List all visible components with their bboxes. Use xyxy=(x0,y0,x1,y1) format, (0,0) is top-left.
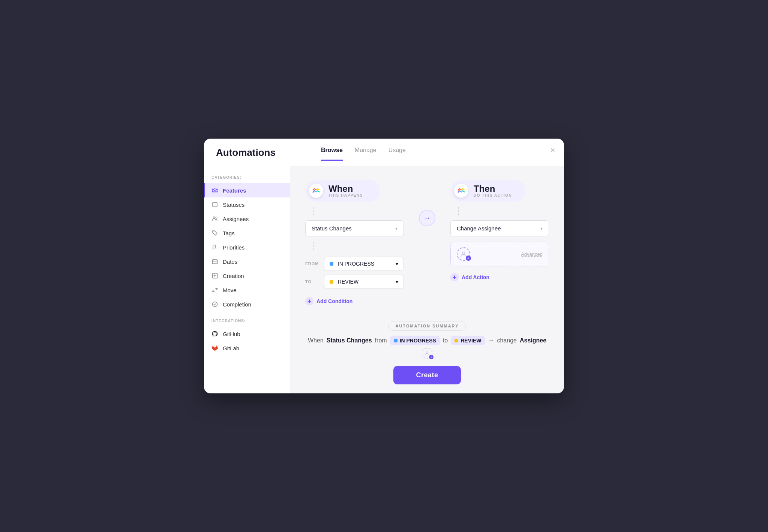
assignee-icon: + xyxy=(457,247,470,261)
modal-header: Automations Browse Manage Usage × xyxy=(204,139,564,166)
create-btn-row: Create xyxy=(305,366,549,384)
sidebar-item-github[interactable]: GitHub xyxy=(204,327,290,341)
sidebar: CATEGORIES: Features xyxy=(204,166,290,393)
review-summary-dot xyxy=(454,339,458,342)
sidebar-item-dates[interactable]: Dates xyxy=(204,254,290,269)
sidebar-item-gitlab[interactable]: GitLab xyxy=(204,341,290,355)
square-icon xyxy=(212,201,218,208)
svg-point-1 xyxy=(212,189,213,190)
sidebar-item-tags[interactable]: Tags xyxy=(204,226,290,240)
assignee-plus-icon: + xyxy=(466,256,471,261)
add-action-button[interactable]: + Add Action xyxy=(450,273,549,281)
sidebar-item-dates-label: Dates xyxy=(223,259,237,265)
dashed-line-1 xyxy=(313,207,314,215)
svg-rect-7 xyxy=(213,260,218,264)
svg-point-0 xyxy=(214,188,216,189)
people-icon xyxy=(212,215,218,222)
summary-label-row: AUTOMATION SUMMARY xyxy=(305,321,549,331)
sidebar-item-statuses-label: Statuses xyxy=(223,202,244,208)
chevron-down-icon: ▾ xyxy=(395,226,398,231)
add-icon: + xyxy=(305,297,314,305)
summary-assignee-icon: + xyxy=(422,348,432,359)
svg-point-6 xyxy=(213,232,214,232)
action-select[interactable]: Change Assignee ▾ xyxy=(450,220,549,236)
tabs-container: Browse Manage Usage xyxy=(321,147,406,161)
in-progress-dot xyxy=(330,262,333,266)
check-circle-icon xyxy=(212,301,218,308)
review-badge: REVIEW xyxy=(451,336,485,345)
sidebar-item-move[interactable]: Move xyxy=(204,283,290,297)
sidebar-item-tags-label: Tags xyxy=(223,230,235,236)
from-label: FROM xyxy=(305,262,320,266)
create-button[interactable]: Create xyxy=(393,366,460,384)
tab-manage[interactable]: Manage xyxy=(355,147,376,161)
to-select[interactable]: REVIEW ▾ xyxy=(324,275,404,289)
arrow-separator: → xyxy=(419,180,435,226)
move-icon xyxy=(212,287,218,293)
close-button[interactable]: × xyxy=(550,146,555,154)
tab-usage[interactable]: Usage xyxy=(388,147,406,161)
summary-arrow-icon: → xyxy=(488,337,494,344)
svg-point-5 xyxy=(216,217,217,218)
sidebar-item-move-label: Move xyxy=(223,287,237,293)
when-subheading: THIS HAPPENS xyxy=(328,193,363,197)
crown-icon xyxy=(212,187,218,194)
then-logo xyxy=(454,184,468,198)
sidebar-item-completion-label: Completion xyxy=(223,301,251,308)
summary-label: AUTOMATION SUMMARY xyxy=(388,321,466,331)
then-heading: Then xyxy=(474,184,512,193)
sidebar-item-statuses[interactable]: Statuses xyxy=(204,197,290,212)
sidebar-item-github-label: GitHub xyxy=(223,331,240,337)
when-header: When THIS HAPPENS xyxy=(305,180,380,202)
svg-point-4 xyxy=(213,217,215,219)
when-heading: When xyxy=(328,184,363,193)
in-progress-badge: IN PROGRESS xyxy=(390,336,440,345)
when-logo xyxy=(309,184,323,198)
condition-to-row: TO REVIEW ▾ xyxy=(305,275,404,289)
then-header: Then DO THIS ACTION xyxy=(450,180,525,202)
modal-body: CATEGORIES: Features xyxy=(204,166,564,393)
add-icon: + xyxy=(450,273,459,281)
chevron-down-icon: ▾ xyxy=(396,279,398,285)
gitlab-icon xyxy=(212,345,218,351)
integrations-label: INTEGRATIONS: xyxy=(204,319,290,327)
sidebar-item-priorities-label: Priorities xyxy=(223,244,244,251)
then-subheading: DO THIS ACTION xyxy=(474,193,512,197)
summary-section: AUTOMATION SUMMARY When Status Changes f… xyxy=(305,312,549,384)
github-icon xyxy=(212,330,218,337)
trigger-select[interactable]: Status Changes ▾ xyxy=(305,220,404,236)
svg-rect-3 xyxy=(213,202,217,207)
advanced-link[interactable]: Advanced xyxy=(521,251,543,257)
plus-box-icon xyxy=(212,272,218,279)
then-panel: Then DO THIS ACTION Change Assignee ▾ xyxy=(450,180,549,281)
from-select[interactable]: IN PROGRESS ▾ xyxy=(324,257,404,271)
builder-row: When THIS HAPPENS Status Changes ▾ FROM xyxy=(305,180,549,305)
condition-from-row: FROM IN PROGRESS ▾ xyxy=(305,257,404,271)
sidebar-item-gitlab-label: GitLab xyxy=(223,345,239,351)
sidebar-item-creation[interactable]: Creation xyxy=(204,269,290,283)
svg-point-2 xyxy=(217,189,218,190)
summary-assignee-plus-icon: + xyxy=(429,355,434,359)
condition-rows: FROM IN PROGRESS ▾ TO xyxy=(305,257,404,289)
sidebar-item-features[interactable]: Features xyxy=(204,183,290,197)
tag-icon xyxy=(212,230,218,236)
sidebar-item-creation-label: Creation xyxy=(223,273,244,279)
sidebar-item-features-label: Features xyxy=(223,187,246,194)
arrow-circle: → xyxy=(419,210,435,226)
sidebar-item-assignees[interactable]: Assignees xyxy=(204,212,290,226)
in-progress-summary-dot xyxy=(394,339,398,342)
add-condition-button[interactable]: + Add Condition xyxy=(305,297,404,305)
modal-title: Automations xyxy=(216,147,291,166)
sidebar-item-assignees-label: Assignees xyxy=(223,216,249,222)
sidebar-item-completion[interactable]: Completion xyxy=(204,297,290,311)
automations-modal: Automations Browse Manage Usage × CATEGO… xyxy=(204,139,564,393)
assignee-area: + Advanced xyxy=(450,242,549,266)
chevron-down-icon: ▾ xyxy=(396,261,398,267)
to-label: TO xyxy=(305,279,320,284)
categories-label: CATEGORIES: xyxy=(204,175,290,183)
sidebar-item-priorities[interactable]: Priorities xyxy=(204,240,290,254)
flag-icon xyxy=(212,244,218,251)
review-dot xyxy=(330,280,333,284)
tab-browse[interactable]: Browse xyxy=(321,147,343,161)
dashed-line-2 xyxy=(313,242,314,250)
